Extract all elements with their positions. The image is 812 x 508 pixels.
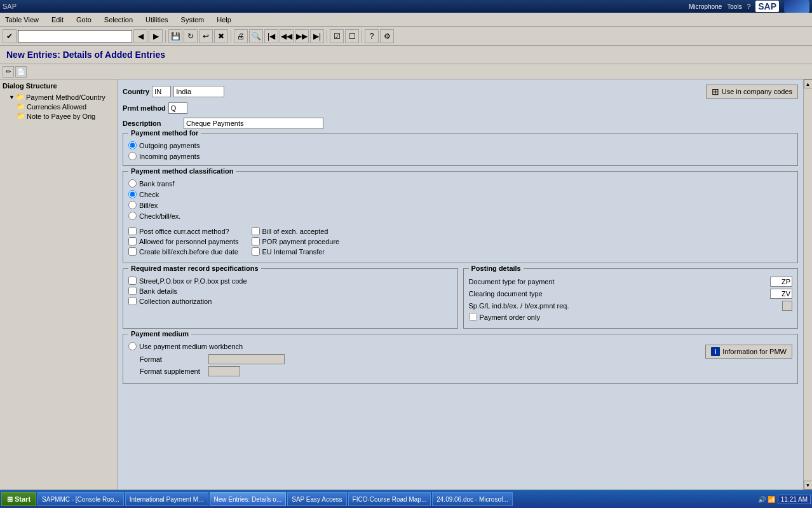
bill-accepted-checkbox[interactable] [252, 227, 260, 235]
collection-checkbox[interactable] [128, 297, 137, 305]
taskbar-item-0[interactable]: SAPMMC - [Console Roo... [37, 492, 124, 506]
taskbar-item-3-label: SAP Easy Access [292, 496, 342, 503]
eu-transfer-checkbox[interactable] [252, 247, 260, 256]
format-row: Format [128, 354, 285, 364]
payment-order-checkbox[interactable] [469, 313, 477, 321]
post-office-checkbox[interactable] [128, 227, 137, 235]
menu-help[interactable]: Help [214, 15, 234, 25]
clearing-type-label: Clearing document type [469, 290, 771, 298]
personnel-payments-item[interactable]: Allowed for personnel payments [128, 237, 239, 245]
taskbar-item-3[interactable]: SAP Easy Access [287, 492, 346, 506]
incoming-payments-option[interactable]: Incoming payments [128, 152, 792, 160]
tree-item-payment-method[interactable]: ▼ 📁 Payment Method/Country [1, 92, 116, 102]
taskbar-item-5-label: 24.09.06.doc - Microsof... [436, 496, 508, 503]
por-payment-checkbox[interactable] [252, 237, 260, 245]
tree-folder-icon: 📁 [16, 93, 25, 101]
taskbar-item-2[interactable]: New Entries: Details o... [210, 492, 287, 506]
outgoing-payments-option[interactable]: Outgoing payments [128, 141, 792, 149]
doc-btn[interactable]: 📄 [15, 66, 27, 78]
bill-option[interactable]: Bill/ex [128, 201, 792, 209]
first-btn[interactable]: |◀ [264, 29, 278, 43]
deselect-btn[interactable]: ☐ [345, 29, 359, 43]
nav-fwd[interactable]: ▶ [149, 29, 163, 43]
scrollbar-v[interactable]: ▲ ▼ [803, 79, 812, 490]
bank-transf-radio[interactable] [128, 179, 137, 188]
back-btn[interactable]: ↩ [199, 29, 213, 43]
use-pmw-radio[interactable] [128, 342, 137, 350]
menu-goto[interactable]: Goto [74, 15, 94, 25]
bill-radio[interactable] [128, 201, 137, 209]
print-btn[interactable]: 🖨 [234, 29, 248, 43]
taskbar-item-1-label: International Payment M... [130, 496, 204, 503]
incoming-payments-radio[interactable] [128, 152, 137, 160]
sp-gl-input[interactable] [782, 301, 792, 311]
left-panel: Dialog Structure ▼ 📁 Payment Method/Coun… [0, 79, 118, 490]
scroll-up-btn[interactable]: ▲ [804, 79, 813, 88]
check-bill-radio[interactable] [128, 212, 137, 220]
refresh-btn[interactable]: ↻ [184, 29, 198, 43]
doc-type-input[interactable] [770, 277, 792, 287]
menu-system[interactable]: System [179, 15, 207, 25]
next-btn[interactable]: ▶▶ [295, 29, 309, 43]
prev-btn[interactable]: ◀◀ [280, 29, 294, 43]
street-item[interactable]: Street,P.O.box or P.O.box pst code [128, 277, 452, 285]
create-bill-checkbox[interactable] [128, 247, 137, 256]
scroll-down-btn[interactable]: ▼ [804, 481, 813, 490]
eu-transfer-item[interactable]: EU Internal Transfer [252, 247, 340, 256]
clearing-type-input[interactable] [770, 289, 792, 299]
post-office-item[interactable]: Post office curr.acct method? [128, 227, 239, 235]
menu-table-view[interactable]: Table View [3, 15, 41, 25]
por-payment-item[interactable]: POR payment procedure [252, 237, 340, 245]
description-input[interactable] [184, 118, 323, 129]
bank-details-item[interactable]: Bank details [128, 287, 452, 295]
bank-transf-option[interactable]: Bank transf [128, 179, 792, 188]
country-code-input[interactable] [152, 86, 171, 97]
create-bill-item[interactable]: Create bill/exch.before due date [128, 247, 239, 256]
country-name-input[interactable] [173, 86, 224, 97]
description-row: Description [123, 118, 798, 129]
edit-btn[interactable]: ✏ [3, 66, 14, 78]
check-bill-option[interactable]: Check/bill/ex. [128, 212, 792, 220]
classification-section: Payment method classification Bank trans… [123, 171, 798, 263]
select-all-btn[interactable]: ☑ [330, 29, 344, 43]
menu-selection[interactable]: Selection [102, 15, 135, 25]
pmt-method-input[interactable] [168, 102, 187, 114]
payment-method-section: Payment method for Outgoing payments Inc… [123, 133, 798, 166]
street-checkbox[interactable] [128, 277, 137, 285]
country-label: Country [123, 88, 149, 95]
menu-utilities[interactable]: Utilities [143, 15, 170, 25]
check-radio[interactable] [128, 190, 137, 198]
country-group: Country [123, 86, 224, 97]
use-pmw-option[interactable]: Use payment medium workbench [128, 342, 285, 350]
taskbar-item-1[interactable]: International Payment M... [125, 492, 208, 506]
bank-details-checkbox[interactable] [128, 287, 137, 295]
tree-item-note[interactable]: 📁 Note to Payee by Orig [1, 111, 116, 121]
bill-accepted-item[interactable]: Bill of exch. accepted [252, 227, 340, 235]
classification-radio-group: Bank transf Check Bill/ex Check/bill/ex. [128, 179, 792, 220]
save-btn[interactable]: 💾 [168, 29, 182, 43]
command-input[interactable] [18, 30, 132, 43]
format-supplement-row: Format supplement [128, 366, 285, 376]
cancel-btn[interactable]: ✖ [214, 29, 228, 43]
payment-order-item[interactable]: Payment order only [469, 313, 793, 321]
info-pmw-btn[interactable]: i Information for PMW [705, 345, 792, 359]
settings-btn[interactable]: ⚙ [380, 29, 394, 43]
format-input[interactable] [208, 354, 285, 364]
find-btn[interactable]: 🔍 [249, 29, 263, 43]
start-button[interactable]: ⊞ Start [1, 492, 36, 506]
last-btn[interactable]: ▶| [310, 29, 324, 43]
check-btn[interactable]: ✔ [3, 29, 17, 43]
taskbar-item-4[interactable]: FICO-Course Road Map... [348, 492, 431, 506]
outgoing-payments-radio[interactable] [128, 141, 137, 149]
format-supplement-input[interactable] [208, 366, 240, 376]
taskbar-item-5[interactable]: 24.09.06.doc - Microsof... [432, 492, 513, 506]
menu-edit[interactable]: Edit [49, 15, 66, 25]
help-btn2[interactable]: ? [365, 29, 379, 43]
use-company-codes-btn[interactable]: ⊞ Use in company codes [706, 85, 798, 99]
tree-item-currencies[interactable]: 📁 Currencies Allowed [1, 102, 116, 111]
personnel-payments-checkbox[interactable] [128, 237, 137, 245]
help-btn[interactable]: ? [747, 3, 751, 10]
check-option[interactable]: Check [128, 190, 792, 198]
nav-back[interactable]: ◀ [133, 29, 147, 43]
collection-item[interactable]: Collection authorization [128, 297, 452, 305]
